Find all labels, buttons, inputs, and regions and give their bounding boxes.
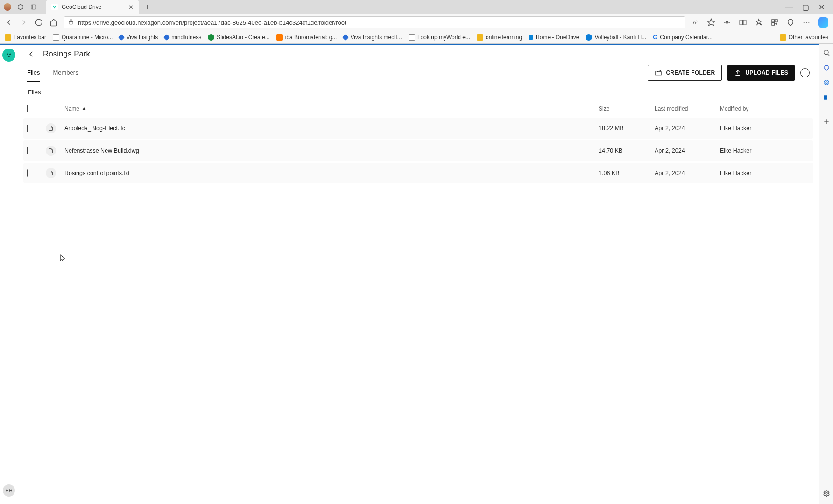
window-maximize-icon[interactable]: ▢ bbox=[802, 3, 809, 12]
file-icon bbox=[46, 123, 56, 133]
tab-members[interactable]: Members bbox=[53, 63, 78, 82]
window-close-icon[interactable]: ✕ bbox=[819, 3, 825, 12]
extensions-icon[interactable] bbox=[723, 18, 731, 27]
column-name[interactable]: Name bbox=[64, 105, 599, 112]
file-size: 18.22 MB bbox=[599, 125, 655, 132]
file-name: Rosings control points.txt bbox=[64, 170, 599, 176]
row-checkbox[interactable] bbox=[27, 125, 28, 132]
browser-tab[interactable]: GeoCloud Drive ✕ bbox=[46, 0, 139, 14]
profile-avatar-icon[interactable] bbox=[4, 3, 11, 11]
workspaces-icon[interactable] bbox=[17, 3, 24, 11]
collections-icon[interactable] bbox=[770, 18, 779, 27]
bookmark-volleyball[interactable]: Volleyball - Kanti H... bbox=[586, 34, 646, 41]
svg-marker-11 bbox=[756, 19, 762, 24]
bookmark-viva-medit[interactable]: Viva Insights medit... bbox=[343, 34, 402, 41]
favorites-icon[interactable] bbox=[755, 18, 763, 27]
bookmark-onedrive[interactable]: Home - OneDrive bbox=[529, 34, 579, 41]
browser-essentials-icon[interactable] bbox=[786, 18, 795, 27]
column-modified-by[interactable]: Modified by bbox=[720, 105, 813, 112]
file-size: 1.06 KB bbox=[599, 170, 655, 176]
nav-home-icon[interactable] bbox=[49, 18, 58, 27]
bookmark-other-favourites[interactable]: Other favourites bbox=[780, 34, 828, 41]
file-table: Name Size Last modified Modified by Arbo… bbox=[18, 99, 819, 183]
split-screen-icon[interactable] bbox=[739, 18, 747, 27]
new-tab-button[interactable]: + bbox=[145, 3, 149, 11]
address-row: https://drive.geocloud.hexagon.com/en/pr… bbox=[0, 14, 833, 31]
table-header: Name Size Last modified Modified by bbox=[23, 99, 813, 118]
file-size: 14.70 KB bbox=[599, 147, 655, 154]
svg-point-8 bbox=[726, 21, 728, 23]
address-bar[interactable]: https://drive.geocloud.hexagon.com/en/pr… bbox=[64, 16, 685, 28]
upload-files-button[interactable]: UPLOAD FILES bbox=[727, 65, 795, 81]
file-icon bbox=[46, 146, 56, 156]
page-title: Rosings Park bbox=[43, 49, 90, 59]
column-last-modified[interactable]: Last modified bbox=[655, 105, 720, 112]
sidebar-outlook-icon[interactable]: O bbox=[822, 93, 831, 102]
bookmark-viva-insights[interactable]: Viva Insights bbox=[119, 34, 158, 41]
file-name: Nefenstrasse New Build.dwg bbox=[64, 147, 599, 154]
column-size[interactable]: Size bbox=[599, 105, 655, 112]
bookmark-mindfulness[interactable]: mindfulness bbox=[164, 34, 201, 41]
file-modified-by: Elke Hacker bbox=[720, 147, 813, 154]
svg-point-29 bbox=[8, 56, 10, 57]
sidebar-add-icon[interactable] bbox=[822, 118, 831, 126]
svg-point-28 bbox=[9, 53, 11, 55]
svg-rect-6 bbox=[69, 21, 73, 24]
app-logo-icon[interactable] bbox=[2, 49, 15, 62]
tab-files[interactable]: Files bbox=[27, 63, 40, 82]
select-all-checkbox[interactable] bbox=[27, 105, 28, 112]
sidebar-settings-icon[interactable] bbox=[822, 489, 831, 497]
svg-rect-10 bbox=[743, 20, 746, 25]
svg-rect-1 bbox=[31, 5, 36, 9]
svg-point-3 bbox=[53, 6, 55, 7]
svg-point-20 bbox=[824, 80, 829, 85]
bookmark-slidesai[interactable]: SlidesAI.io - Create... bbox=[208, 34, 269, 41]
file-modified-by: Elke Hacker bbox=[720, 170, 813, 176]
tab-title: GeoCloud Drive bbox=[62, 4, 101, 10]
tab-favicon-icon bbox=[51, 4, 58, 10]
row-checkbox[interactable] bbox=[27, 147, 28, 154]
create-folder-button[interactable]: CREATE FOLDER bbox=[648, 65, 722, 81]
nav-refresh-icon[interactable] bbox=[35, 18, 43, 27]
user-avatar[interactable]: EH bbox=[3, 484, 15, 497]
row-checkbox[interactable] bbox=[27, 169, 28, 177]
table-row[interactable]: Rosings control points.txt 1.06 KB Apr 2… bbox=[23, 163, 813, 183]
svg-point-18 bbox=[824, 50, 828, 55]
page-header: Rosings Park bbox=[18, 45, 819, 63]
sidebar-tools-icon[interactable] bbox=[822, 78, 831, 87]
bookmark-online-learning[interactable]: online learning bbox=[477, 34, 522, 41]
bookmark-myworld[interactable]: Look up myWorld e... bbox=[409, 34, 470, 41]
copilot-icon[interactable] bbox=[818, 17, 828, 28]
file-last-modified: Apr 2, 2024 bbox=[655, 147, 720, 154]
svg-marker-7 bbox=[708, 19, 715, 26]
bookmark-favorites-bar[interactable]: Favorites bar bbox=[5, 34, 46, 41]
bookmark-quarantine[interactable]: Quarantine - Micro... bbox=[53, 34, 113, 41]
file-icon bbox=[46, 168, 56, 178]
window-minimize-icon[interactable]: — bbox=[785, 3, 793, 12]
svg-rect-13 bbox=[772, 20, 774, 22]
svg-point-5 bbox=[54, 7, 56, 8]
back-arrow-icon[interactable] bbox=[27, 50, 35, 58]
more-menu-icon[interactable]: ⋯ bbox=[802, 18, 811, 27]
sort-asc-icon bbox=[82, 107, 86, 110]
favorite-star-icon[interactable] bbox=[707, 18, 715, 27]
table-row[interactable]: Nefenstrasse New Build.dwg 14.70 KB Apr … bbox=[23, 140, 813, 161]
svg-rect-15 bbox=[772, 23, 774, 25]
sidebar-shopping-icon[interactable] bbox=[822, 63, 831, 72]
svg-point-27 bbox=[7, 53, 8, 55]
bookmark-iba[interactable]: iba Büromaterial: g... bbox=[276, 34, 337, 41]
svg-rect-9 bbox=[740, 20, 742, 25]
table-row[interactable]: Arboleda_Bldg-Elect.ifc 18.22 MB Apr 2, … bbox=[23, 118, 813, 139]
info-icon[interactable]: i bbox=[800, 68, 810, 77]
read-aloud-icon[interactable]: A⁾ bbox=[691, 18, 699, 27]
file-last-modified: Apr 2, 2024 bbox=[655, 125, 720, 132]
lock-icon bbox=[68, 19, 74, 27]
tab-actions-icon[interactable] bbox=[30, 3, 37, 11]
svg-point-21 bbox=[826, 82, 827, 84]
nav-back-icon[interactable] bbox=[5, 18, 13, 27]
sidebar-search-icon[interactable] bbox=[822, 49, 831, 57]
tab-close-icon[interactable]: ✕ bbox=[128, 4, 134, 11]
bookmark-company-calendar[interactable]: GCompany Calendar... bbox=[653, 34, 713, 41]
svg-marker-0 bbox=[18, 4, 23, 10]
user-initials: EH bbox=[5, 488, 12, 493]
